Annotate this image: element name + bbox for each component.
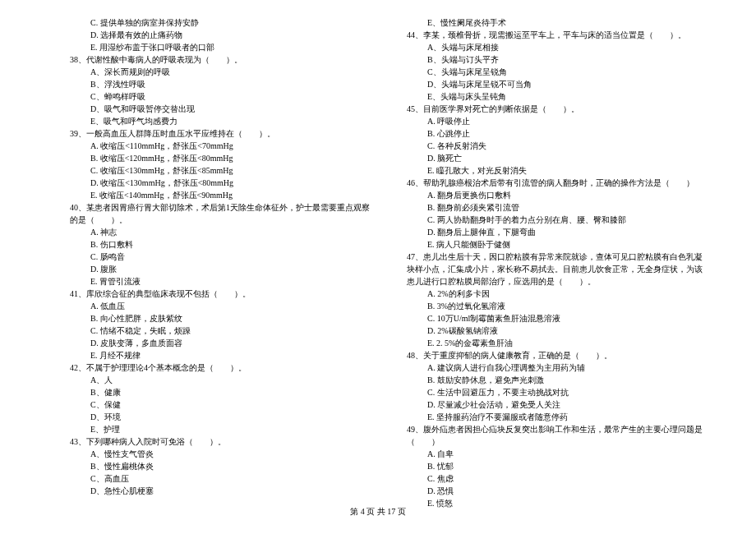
option: C. 提供单独的病室并保持安静 — [49, 16, 370, 29]
option: A、深长而规则的呼吸 — [49, 66, 370, 78]
option: C、高血压 — [49, 472, 370, 485]
option: D. 翻身后上腿伸直，下腿弯曲 — [386, 226, 707, 238]
option: E. 病人只能侧卧于健侧 — [386, 238, 707, 251]
option: E. 胃管引流液 — [49, 275, 370, 288]
option: E. 收缩压<140mmHg，舒张压<90mmHg — [49, 189, 370, 201]
question-stem: 40、某患者因胃癌行胃大部切除术，术后第1天除生命体征外，护士最需要重点观察的是… — [49, 201, 370, 226]
question-stem: 43、下列哪种病人入院时可免浴（ ）。 — [49, 435, 370, 448]
option: A. 建议病人进行自我心理调整为主用药为辅 — [386, 361, 707, 374]
question-stem: 46、帮助乳腺癌根治术后带有引流管的病人翻身时，正确的操作方法是（ ） — [386, 177, 707, 189]
option: C. 两人协助翻身时手的着力点分别在肩、腰、臀和膝部 — [386, 214, 707, 226]
option: D、吸气和呼吸暂停交替出现 — [49, 103, 370, 115]
left-column: C. 提供单独的病室并保持安静 D. 选择最有效的止痛药物 E. 用湿纱布盖于张… — [41, 16, 378, 509]
option: D. 皮肤变薄，多血质面容 — [49, 337, 370, 349]
option: B. 翻身前必须夹紧引流管 — [386, 201, 707, 214]
option: C、蝉鸣样呼吸 — [49, 90, 370, 103]
option: B. 心跳停止 — [386, 127, 707, 140]
option: D、头端与床尾呈锐不可当角 — [386, 78, 707, 90]
page-content: C. 提供单独的病室并保持安静 D. 选择最有效的止痛药物 E. 用湿纱布盖于张… — [0, 0, 756, 509]
option: D. 恐惧 — [386, 485, 707, 497]
option: E、吸气和呼气均感费力 — [49, 115, 370, 127]
option: C. 肠鸣音 — [49, 251, 370, 263]
option: D、环境 — [49, 411, 370, 423]
option: E、慢性阑尾炎待手术 — [386, 16, 707, 29]
option: B、头端与订头平齐 — [386, 53, 707, 66]
option: E. 月经不规律 — [49, 349, 370, 361]
question-stem: 48、关于重度抑郁的病人健康教育，正确的是（ ）。 — [386, 349, 707, 361]
page-footer: 第 4 页 共 17 页 — [0, 505, 756, 518]
option: C、保健 — [49, 398, 370, 411]
option: A. 呼吸停止 — [386, 115, 707, 127]
option: B. 忧郁 — [386, 460, 707, 472]
option: E. 瞳孔散大，对光反射消失 — [386, 164, 707, 177]
question-stem: 39、一般高血压人群降压时血压水平应维持在（ ）。 — [49, 127, 370, 140]
option: A. 收缩压<110mmHg，舒张压<70mmHg — [49, 140, 370, 152]
option: D. 尽量减少社会活动，避免受人关注 — [386, 398, 707, 411]
option: B、慢性扁桃体炎 — [49, 460, 370, 472]
option: E. 用湿纱布盖于张口呼吸者的口部 — [49, 41, 370, 53]
option: C、头端与床尾呈锐角 — [386, 66, 707, 78]
option: A、人 — [49, 374, 370, 386]
question-stem: 41、库欣综合征的典型临床表现不包括（ ）。 — [49, 288, 370, 300]
question-stem: 44、李某，颈椎骨折，现需搬运至平车上，平车与床的适当位置是（ ）。 — [386, 29, 707, 41]
option: B、健康 — [49, 386, 370, 398]
option: A. 翻身后更换伤口敷料 — [386, 189, 707, 201]
option: C. 生活中回避压力，不要主动挑战对抗 — [386, 386, 707, 398]
option: D. 收缩压<130mmHg，舒张压<80mmHg — [49, 177, 370, 189]
option: E. 坚持服药治疗不要漏服或者随意停药 — [386, 411, 707, 423]
option: D. 选择最有效的止痛药物 — [49, 29, 370, 41]
option: C. 收缩压<130mmHg，舒张压<85mmHg — [49, 164, 370, 177]
option: A. 自卑 — [386, 448, 707, 460]
option: B、浮浅性呼吸 — [49, 78, 370, 90]
right-column: E、慢性阑尾炎待手术 44、李某，颈椎骨折，现需搬运至平车上，平车与床的适当位置… — [378, 16, 715, 509]
option: D. 2%碳酸氢钠溶液 — [386, 325, 707, 337]
option: B. 收缩压<120mmHg，舒张压<80mmHg — [49, 152, 370, 164]
option: A、慢性支气管炎 — [49, 448, 370, 460]
option: E、护理 — [49, 423, 370, 435]
question-stem: 38、代谢性酸中毒病人的呼吸表现为（ ）。 — [49, 53, 370, 66]
option: E. 2. 5%的金霉素鱼肝油 — [386, 337, 707, 349]
option: C. 情绪不稳定，失眠，烦躁 — [49, 325, 370, 337]
option: E、头端与床头呈钝角 — [386, 90, 707, 103]
option: C. 焦虑 — [386, 472, 707, 485]
question-stem: 47、患儿出生后十天，因口腔粘膜有异常来院就诊，查体可见口腔粘膜有白色乳凝块样小… — [386, 251, 707, 288]
option: B. 伤口敷料 — [49, 238, 370, 251]
question-stem: 45、目前医学界对死亡的判断依据是（ ）。 — [386, 103, 707, 115]
option: B. 3%的过氧化氢溶液 — [386, 300, 707, 312]
option: A、头端与床尾相接 — [386, 41, 707, 53]
option: C. 各种反射消失 — [386, 140, 707, 152]
option: A. 低血压 — [49, 300, 370, 312]
option: D. 脑死亡 — [386, 152, 707, 164]
question-stem: 49、腹外疝患者因担心疝块反复突出影响工作和生活，最常产生的主要心理问题是（ ） — [386, 423, 707, 448]
option: C. 10万U/ml制霉菌素鱼肝油混悬溶液 — [386, 312, 707, 325]
option: B. 鼓励安静休息，避免声光刺激 — [386, 374, 707, 386]
option: D、急性心肌梗塞 — [49, 485, 370, 497]
option: A. 2%的利多卡因 — [386, 288, 707, 300]
question-stem: 42、不属于护理理论4个基本概念的是（ ）。 — [49, 361, 370, 374]
option: A. 神志 — [49, 226, 370, 238]
option: D. 腹胀 — [49, 263, 370, 275]
option: B. 向心性肥胖，皮肤紫纹 — [49, 312, 370, 325]
